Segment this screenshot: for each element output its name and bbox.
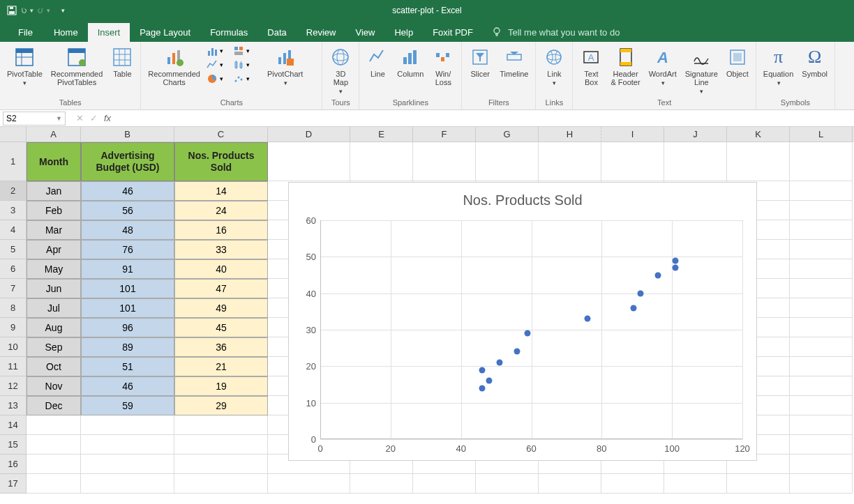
cell[interactable]: Jun xyxy=(27,279,81,298)
table-button[interactable]: Table xyxy=(108,45,136,79)
chart-line-button[interactable]: ▾ xyxy=(206,59,231,71)
cell[interactable] xyxy=(790,259,853,279)
data-point[interactable] xyxy=(479,367,485,373)
cell[interactable] xyxy=(27,474,81,494)
tab-formulas[interactable]: Formulas xyxy=(200,23,257,42)
cancel-formula-icon[interactable]: ✕ xyxy=(74,113,85,123)
chart-title[interactable]: Nos. Products Sold xyxy=(289,183,756,214)
column-header[interactable]: D xyxy=(268,127,350,142)
cell[interactable] xyxy=(350,474,413,494)
cell[interactable]: Nos. Products Sold xyxy=(174,142,268,181)
enter-formula-icon[interactable]: ✓ xyxy=(88,113,99,123)
qat-customize-icon[interactable]: ▾ xyxy=(55,3,70,18)
column-header[interactable]: F xyxy=(413,127,476,142)
tab-view[interactable]: View xyxy=(345,23,384,42)
cell[interactable] xyxy=(350,142,413,181)
cell[interactable] xyxy=(790,201,853,220)
recommended-pivottables-button[interactable]: Recommended PivotTables xyxy=(48,45,106,88)
formula-input[interactable] xyxy=(119,112,854,125)
row-header[interactable]: 17 xyxy=(0,474,27,494)
tab-review[interactable]: Review xyxy=(297,23,346,42)
row-header[interactable]: 9 xyxy=(0,318,27,337)
cell[interactable]: 40 xyxy=(174,259,268,279)
cell[interactable]: Month xyxy=(27,142,81,181)
cell[interactable] xyxy=(81,435,174,455)
tab-foxit-pdf[interactable]: Foxit PDF xyxy=(423,23,483,42)
sparkline-column-button[interactable]: Column xyxy=(394,45,426,79)
save-icon[interactable] xyxy=(4,3,20,18)
cell[interactable] xyxy=(476,474,539,494)
link-button[interactable]: Link▾ xyxy=(540,45,568,88)
cell[interactable]: 21 xyxy=(174,357,268,376)
row-header[interactable]: 7 xyxy=(0,279,27,298)
slicer-button[interactable]: Slicer xyxy=(466,45,494,79)
data-point[interactable] xyxy=(637,290,643,296)
row-header[interactable]: 12 xyxy=(0,376,27,396)
cell[interactable]: 51 xyxy=(81,357,174,376)
data-point[interactable] xyxy=(525,330,531,337)
data-point[interactable] xyxy=(630,305,636,311)
cell[interactable]: 14 xyxy=(174,181,268,201)
row-header[interactable]: 14 xyxy=(0,415,27,435)
recommended-charts-button[interactable]: Recommended Charts xyxy=(145,45,203,88)
tab-data[interactable]: Data xyxy=(257,23,296,42)
data-point[interactable] xyxy=(673,257,679,264)
column-header[interactable]: J xyxy=(664,127,727,142)
wordart-button[interactable]: AWordArt▾ xyxy=(646,45,680,88)
cell[interactable]: 16 xyxy=(174,220,268,240)
pivottable-button[interactable]: PivotTable▾ xyxy=(4,45,45,88)
cell[interactable]: 19 xyxy=(174,376,268,396)
cell[interactable]: Jan xyxy=(27,181,81,201)
cell[interactable]: 46 xyxy=(81,376,174,396)
cell[interactable]: Oct xyxy=(27,357,81,376)
cell[interactable] xyxy=(790,415,853,435)
cell[interactable] xyxy=(790,142,853,181)
cell[interactable] xyxy=(790,181,853,201)
sparkline-line-button[interactable]: Line xyxy=(364,45,391,79)
cell[interactable] xyxy=(539,142,601,181)
data-point[interactable] xyxy=(585,316,591,322)
cell[interactable] xyxy=(790,435,853,455)
cell[interactable] xyxy=(790,376,853,396)
cell[interactable] xyxy=(601,474,664,494)
cell[interactable]: Mar xyxy=(27,220,81,240)
cell[interactable]: 47 xyxy=(174,279,268,298)
tell-me-search[interactable]: Tell me what you want to do xyxy=(483,22,628,42)
chart-hierarchy-button[interactable]: ▾ xyxy=(232,45,257,57)
cell[interactable] xyxy=(476,142,539,181)
cell[interactable]: May xyxy=(27,259,81,279)
cell[interactable] xyxy=(268,474,350,494)
row-header[interactable]: 3 xyxy=(0,201,27,220)
cell[interactable]: 48 xyxy=(81,220,174,240)
cell[interactable]: 24 xyxy=(174,201,268,220)
cell[interactable] xyxy=(727,474,790,494)
embedded-chart[interactable]: Nos. Products Sold 010203040506002040608… xyxy=(288,182,757,461)
cell[interactable]: 59 xyxy=(81,396,174,415)
data-point[interactable] xyxy=(486,378,493,384)
cell[interactable] xyxy=(413,142,476,181)
cell[interactable] xyxy=(413,474,476,494)
cell[interactable] xyxy=(81,474,174,494)
chart-plot-area[interactable]: 0102030405060020406080100120 xyxy=(320,220,742,439)
cell[interactable] xyxy=(727,142,790,181)
cell[interactable] xyxy=(174,455,268,474)
tab-file[interactable]: File xyxy=(7,23,44,42)
cell[interactable] xyxy=(174,474,268,494)
tab-help[interactable]: Help xyxy=(384,23,423,42)
cell[interactable] xyxy=(790,240,853,259)
cell[interactable]: Jul xyxy=(27,298,81,318)
column-header[interactable]: K xyxy=(727,127,790,142)
signature-line-button[interactable]: Signature Line▾ xyxy=(682,45,721,96)
timeline-button[interactable]: Timeline xyxy=(497,45,531,79)
row-header[interactable]: 16 xyxy=(0,455,27,474)
fx-icon[interactable]: fx xyxy=(102,113,113,123)
row-header[interactable]: 10 xyxy=(0,337,27,357)
column-header[interactable]: I xyxy=(601,127,664,142)
cell[interactable] xyxy=(174,415,268,435)
cell[interactable]: 33 xyxy=(174,240,268,259)
row-header[interactable]: 2 xyxy=(0,181,27,201)
data-point[interactable] xyxy=(497,360,503,366)
cell[interactable]: 91 xyxy=(81,259,174,279)
equation-button[interactable]: πEquation▾ xyxy=(761,45,796,88)
tab-insert[interactable]: Insert xyxy=(88,23,130,42)
